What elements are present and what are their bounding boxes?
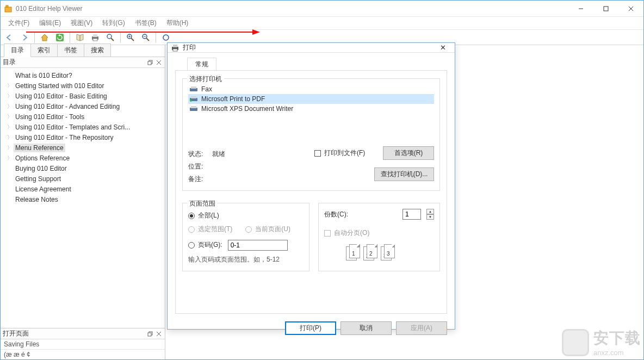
svg-point-37 xyxy=(190,100,192,102)
svg-point-10 xyxy=(107,34,112,39)
print-to-file-checkbox[interactable]: 打印到文件(F) xyxy=(314,148,365,158)
tree-node[interactable]: License Agreement xyxy=(4,184,165,194)
radio-selection: 选定范围(T) xyxy=(188,225,232,234)
printer-item-label: Microsoft XPS Document Writer xyxy=(201,105,293,113)
svg-rect-9 xyxy=(93,39,97,41)
tab-toc[interactable]: 目录 xyxy=(4,44,31,57)
tree-node-label: License Agreement xyxy=(14,185,73,194)
radio-pages[interactable]: 页码(G): xyxy=(188,240,222,250)
printer-item[interactable]: Fax xyxy=(188,84,434,94)
svg-line-11 xyxy=(111,38,114,41)
home-button[interactable] xyxy=(38,31,51,44)
copies-input[interactable] xyxy=(403,209,421,220)
zoom-reset-button[interactable] xyxy=(159,31,172,44)
tree-node-label: Menu Reference xyxy=(14,144,65,152)
open-pages-line1[interactable]: Saving Files xyxy=(1,339,165,349)
tree-node[interactable]: 〉Using 010 Editor - Templates and Scri..… xyxy=(4,122,165,132)
forward-button[interactable] xyxy=(18,31,31,44)
tab-search[interactable]: 搜索 xyxy=(84,44,111,57)
group-page-range-label: 页面范围 xyxy=(187,199,218,208)
status-value: 就绪 xyxy=(212,150,225,159)
tree-node[interactable]: 〉Using 010 Editor - The Repository xyxy=(4,132,165,142)
tree-node[interactable]: Buying 010 Editor xyxy=(4,163,165,173)
tree-node-label: Using 010 Editor - Basic Editing xyxy=(14,92,109,101)
print-dialog-titlebar: 打印 ✕ xyxy=(168,43,455,53)
minimize-button[interactable] xyxy=(568,1,593,17)
zoom-out-button[interactable] xyxy=(139,31,152,44)
book-icon[interactable] xyxy=(73,31,86,44)
menu-help[interactable]: 帮助(H) xyxy=(162,17,193,29)
print-dialog-close[interactable]: ✕ xyxy=(434,44,451,52)
close-panel-icon[interactable] xyxy=(155,59,163,66)
pages-input[interactable] xyxy=(228,240,288,251)
tree-node[interactable]: 〉Using 010 Editor - Advanced Editing xyxy=(4,101,165,111)
tree-node[interactable]: 〉Menu Reference xyxy=(4,142,165,153)
copies-spin-up[interactable]: ▲ xyxy=(426,209,434,214)
print-button[interactable] xyxy=(89,31,102,44)
expand-icon[interactable]: 〉 xyxy=(7,113,14,121)
svg-rect-21 xyxy=(148,61,151,65)
refresh-button[interactable] xyxy=(53,31,66,44)
printer-list[interactable]: FaxMicrosoft Print to PDFMicrosoft XPS D… xyxy=(188,84,434,128)
copies-spin-down[interactable]: ▼ xyxy=(426,214,434,220)
printer-item[interactable]: Microsoft Print to PDF xyxy=(188,94,434,104)
expand-icon[interactable]: 〉 xyxy=(7,154,14,162)
undock-icon-2[interactable] xyxy=(146,330,154,338)
svg-point-19 xyxy=(163,35,169,40)
menu-goto[interactable]: 转到(G) xyxy=(98,17,129,29)
tree-node[interactable]: 〉Getting Started with 010 Editor xyxy=(4,80,165,91)
expand-icon[interactable]: 〉 xyxy=(7,92,14,100)
svg-rect-31 xyxy=(173,45,177,47)
tree-node-label: Using 010 Editor - Templates and Scri... xyxy=(14,123,132,132)
tree-node[interactable]: What is 010 Editor? xyxy=(4,70,165,80)
svg-line-15 xyxy=(131,38,134,41)
collate-illustration: 11 22 33 xyxy=(346,246,434,263)
menu-edit[interactable]: 编辑(E) xyxy=(35,17,65,29)
tree-node[interactable]: Release Notes xyxy=(4,194,165,204)
zoom-in-button[interactable] xyxy=(124,31,137,44)
tree-node[interactable]: 〉Using 010 Editor - Tools xyxy=(4,111,165,122)
find-printer-button[interactable]: 查找打印机(D)... xyxy=(374,167,434,181)
expand-icon[interactable]: 〉 xyxy=(7,134,14,141)
svg-rect-32 xyxy=(173,49,177,51)
undock-icon[interactable] xyxy=(146,59,154,66)
maximize-button[interactable] xyxy=(593,1,618,17)
lock-icon xyxy=(562,329,589,356)
cancel-button[interactable]: 取消 xyxy=(340,321,392,335)
menu-file[interactable]: 文件(F) xyxy=(4,17,34,29)
close-panel-icon-2[interactable] xyxy=(155,330,163,338)
tab-index[interactable]: 索引 xyxy=(30,44,58,57)
radio-current-page: 当前页面(U) xyxy=(245,225,290,234)
titlebar: 010 Editor Help Viewer xyxy=(1,1,643,17)
menu-view[interactable]: 视图(V) xyxy=(66,17,97,29)
print-button-action[interactable]: 打印(P) xyxy=(285,321,336,335)
print-tab-general[interactable]: 常规 xyxy=(187,58,216,71)
print-dialog-title: 打印 xyxy=(183,43,434,52)
tree-node[interactable]: 〉Options Reference xyxy=(4,153,165,163)
open-pages-line2: (æ æ é ¢ xyxy=(1,349,165,359)
find-button[interactable] xyxy=(104,31,117,44)
svg-rect-0 xyxy=(5,7,11,12)
expand-icon[interactable]: 〉 xyxy=(7,144,14,152)
dialog-buttons: 打印(P) 取消 应用(A) xyxy=(168,317,455,342)
tree-node-label: Getting Started with 010 Editor xyxy=(14,82,106,90)
printer-item[interactable]: Microsoft XPS Document Writer xyxy=(188,104,434,114)
radio-all[interactable]: 全部(L) xyxy=(188,211,304,220)
svg-line-18 xyxy=(146,38,149,41)
tree-node-label: Options Reference xyxy=(14,154,71,163)
back-button[interactable] xyxy=(3,31,16,44)
menu-bookmark[interactable]: 书签(B) xyxy=(131,17,161,29)
tab-bookmarks[interactable]: 书签 xyxy=(57,44,84,57)
preferences-button[interactable]: 首选项(R) xyxy=(383,146,434,160)
expand-icon[interactable]: 〉 xyxy=(7,123,14,131)
apply-button: 应用(A) xyxy=(396,321,447,335)
svg-rect-8 xyxy=(93,34,97,37)
toc-tree[interactable]: What is 010 Editor?〉Getting Started with… xyxy=(1,68,165,328)
close-button[interactable] xyxy=(618,1,643,17)
tree-node[interactable]: Getting Support xyxy=(4,173,165,184)
open-pages-panel: 打开页面 Saving Files (æ æ é ¢ xyxy=(1,328,165,359)
expand-icon[interactable]: 〉 xyxy=(7,103,14,110)
expand-icon[interactable]: 〉 xyxy=(7,82,14,90)
tree-node[interactable]: 〉Using 010 Editor - Basic Editing xyxy=(4,91,165,101)
printer-item-icon xyxy=(189,96,198,102)
